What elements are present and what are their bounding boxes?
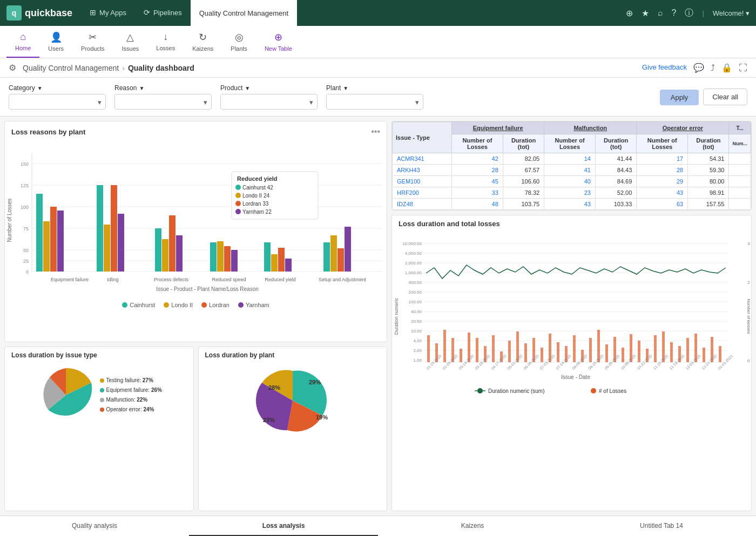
oe-num-idz: 63 xyxy=(637,199,688,210)
svg-rect-99 xyxy=(476,338,478,362)
left-panel: Loss reasons by plant ••• Number of Loss… xyxy=(0,117,392,515)
nav-home[interactable]: ⌂ Home xyxy=(6,26,39,58)
tab-untitled14[interactable]: Untitled Tab 14 xyxy=(567,516,756,536)
nav-users[interactable]: 👤 Users xyxy=(39,26,72,58)
product-gem[interactable]: GEM100 xyxy=(393,176,452,187)
plant-select[interactable] xyxy=(326,94,423,110)
svg-rect-113 xyxy=(589,338,592,362)
th-extra: Num... xyxy=(729,134,751,153)
help-icon[interactable]: ? xyxy=(672,8,677,18)
svg-text:4.00: 4.00 xyxy=(413,338,422,343)
th-operator-error[interactable]: Operator error xyxy=(637,122,729,134)
svg-rect-37 xyxy=(271,254,278,272)
star-icon[interactable]: ★ xyxy=(642,8,649,18)
svg-rect-34 xyxy=(231,250,238,272)
th-issue-type: Issue - Type xyxy=(393,122,452,153)
issue-type-chart-title: Loss duration by issue type xyxy=(11,351,187,359)
extra-acmr xyxy=(729,153,751,165)
ef-num-hrf: 33 xyxy=(452,187,503,199)
logo-text: quickbase xyxy=(25,8,72,19)
svg-text:2,000.00: 2,000.00 xyxy=(404,261,422,266)
svg-rect-127 xyxy=(703,348,705,362)
m-num-acmr: 14 xyxy=(544,153,596,165)
svg-text:Process defects: Process defects xyxy=(154,277,189,282)
give-feedback-button[interactable]: Give feedback xyxy=(642,63,687,72)
svg-text:19%: 19% xyxy=(316,414,328,420)
svg-rect-23 xyxy=(111,185,117,272)
svg-text:2.00: 2.00 xyxy=(413,348,422,353)
filter-reason-label: Reason ▼ xyxy=(114,84,212,92)
operator-dot xyxy=(100,408,104,412)
product-select-wrapper xyxy=(220,94,318,110)
tab-kaizens[interactable]: Kaizens xyxy=(378,516,567,536)
product-idz[interactable]: IDZ48 xyxy=(393,199,452,210)
category-select-wrapper xyxy=(9,94,106,110)
svg-rect-43 xyxy=(338,248,344,272)
nav-products[interactable]: ✂ Products xyxy=(72,26,113,58)
svg-text:Issue - Date: Issue - Date xyxy=(561,374,590,380)
svg-text:1,000.00: 1,000.00 xyxy=(404,270,422,275)
breadcrumb-current: Quality dashboard xyxy=(128,64,194,72)
th-equipment-failure[interactable]: Equipment failure xyxy=(452,122,544,134)
plant-funnel-icon: ▼ xyxy=(343,85,348,91)
extra-gem xyxy=(729,176,751,187)
ef-num-acmr: 42 xyxy=(452,153,503,165)
svg-rect-101 xyxy=(492,335,495,362)
svg-text:29%: 29% xyxy=(309,379,321,385)
category-select[interactable] xyxy=(9,94,106,110)
add-icon[interactable]: ⊕ xyxy=(626,8,633,18)
svg-rect-93 xyxy=(427,335,430,362)
ef-dur-arkh: 67.57 xyxy=(503,165,544,176)
svg-point-153 xyxy=(591,388,596,393)
nav-kaizens[interactable]: ↻ Kaizens xyxy=(184,26,222,58)
product-acmr[interactable]: ACMR341 xyxy=(393,153,452,165)
th-malfunction[interactable]: Malfunction xyxy=(544,122,637,134)
product-arkh[interactable]: ARKH43 xyxy=(393,165,452,176)
nav-tab-myapps[interactable]: ⊞ My Apps xyxy=(81,0,135,26)
welcome-dropdown[interactable]: Welcome! ▾ xyxy=(713,9,750,17)
clear-button[interactable]: Clear all xyxy=(703,89,747,105)
chat-icon[interactable]: 💬 xyxy=(693,63,704,73)
product-hrf[interactable]: HRF200 xyxy=(393,187,452,199)
table-row: ARKH43 28 67.57 41 84.43 28 59.30 xyxy=(393,165,751,176)
share-icon[interactable]: ⤴ xyxy=(711,63,715,73)
legend-londo: Londo II xyxy=(164,302,193,308)
testing-failure-label: Testing failure: 27% xyxy=(100,376,162,385)
apply-button[interactable]: Apply xyxy=(660,90,699,105)
search-icon[interactable]: ⌕ xyxy=(658,8,663,18)
svg-rect-22 xyxy=(104,225,110,272)
svg-rect-32 xyxy=(217,241,224,272)
svg-text:Number of Losses: Number of Losses xyxy=(746,299,750,334)
nav-losses[interactable]: ↓ Losses xyxy=(147,26,184,58)
info-icon[interactable]: ⓘ xyxy=(685,8,693,19)
table-scroll[interactable]: Issue - Type Equipment failure Malfuncti… xyxy=(392,121,751,210)
chart-menu-icon[interactable]: ••• xyxy=(371,127,380,137)
lordran-label: Lordran xyxy=(209,302,230,308)
svg-text:400.00: 400.00 xyxy=(408,280,422,285)
expand-icon[interactable]: ⛶ xyxy=(739,63,747,73)
oe-dur-gem: 80.00 xyxy=(688,176,729,187)
svg-text:Issue - Product - Plant Name/L: Issue - Product - Plant Name/Loss Reason xyxy=(156,286,259,292)
tab-loss-analysis[interactable]: Loss analysis xyxy=(189,516,378,536)
settings-icon[interactable]: ⚙ xyxy=(9,63,16,73)
nav-tab-qcm[interactable]: Quality Control Management xyxy=(191,0,297,26)
nav-issues[interactable]: △ Issues xyxy=(113,26,148,58)
lock-icon[interactable]: 🔒 xyxy=(721,63,732,73)
th-m-dur: Duration (tot) xyxy=(596,134,637,153)
breadcrumb: Quality Control Management › Quality das… xyxy=(23,64,194,72)
nav-tab-pipelines[interactable]: ⟳ Pipelines xyxy=(135,0,191,26)
svg-text:Reduced speed: Reduced speed xyxy=(212,277,246,282)
breadcrumb-parent[interactable]: Quality Control Management xyxy=(23,64,119,72)
tab-quality-analysis[interactable]: Quality analysis xyxy=(0,516,189,536)
cainhurst-dot xyxy=(122,302,127,308)
product-select[interactable] xyxy=(220,94,318,110)
nav-plants[interactable]: ◎ Plants xyxy=(222,26,256,58)
reason-select[interactable] xyxy=(114,94,212,110)
ef-num-gem: 45 xyxy=(452,176,503,187)
duration-chart-card: Loss duration and total losses Duration … xyxy=(392,215,752,511)
issues-icon: △ xyxy=(126,31,134,43)
nav-newtable[interactable]: ⊕ New Table xyxy=(256,26,301,58)
breadcrumb-separator: › xyxy=(122,64,125,72)
svg-rect-121 xyxy=(654,335,657,362)
operator-text: Operator error: 24% xyxy=(106,405,154,415)
